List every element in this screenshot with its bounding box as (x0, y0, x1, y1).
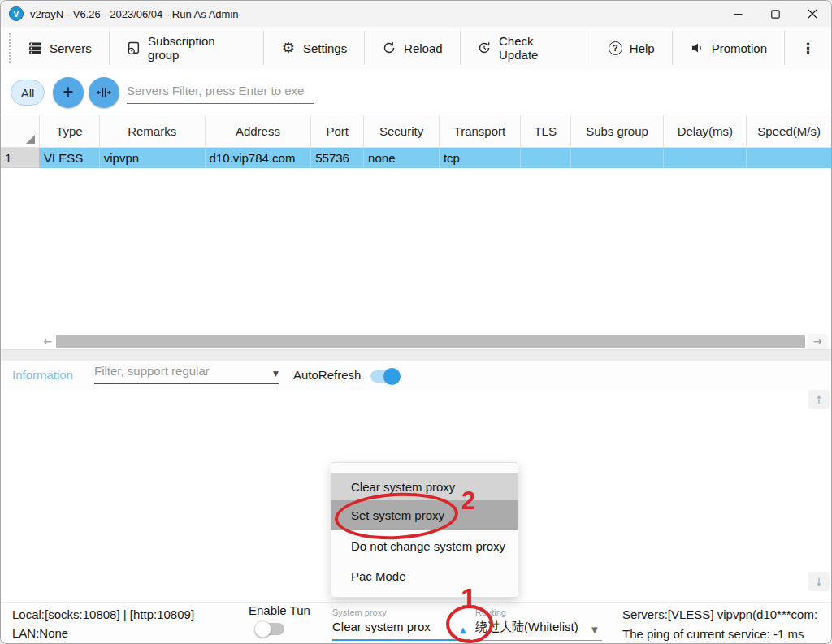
cell-security[interactable]: none (364, 148, 440, 168)
system-proxy-label: System proxy (332, 607, 431, 617)
system-proxy-underline (332, 639, 470, 641)
cell-transport[interactable]: tcp (440, 148, 521, 168)
information-toolbar: Information Filter, support regular ▼ Au… (1, 361, 831, 389)
current-server-status: Servers:[VLESS] vipvpn(d10***com: (622, 607, 817, 621)
servers-button[interactable]: Servers (11, 30, 109, 66)
app-window: V v2rayN - V6.26 - 2023/06/04 - Run As A… (0, 0, 832, 644)
enable-tun-toggle[interactable] (257, 623, 284, 635)
close-button[interactable] (794, 1, 831, 27)
column-header-security[interactable]: Security (364, 115, 440, 147)
toggle-knob (384, 368, 401, 385)
main-toolbar: Servers Subscription group ⚙ Settings Re… (1, 27, 831, 69)
window-title: v2rayN - V6.26 - 2023/06/04 - Run As Adm… (30, 8, 239, 20)
horizontal-scrollbar[interactable]: ← → (1, 334, 831, 349)
servers-button-label: Servers (50, 41, 92, 55)
gear-icon: ⚙ (281, 41, 296, 55)
promotion-button-label: Promotion (712, 41, 767, 55)
cell-tls[interactable] (521, 148, 571, 168)
reload-button[interactable]: Reload (365, 30, 460, 66)
routing-combobox[interactable]: Routing 绕过大陆(Whitelist) (475, 607, 578, 635)
scroll-down-icon[interactable]: ↓ (808, 572, 830, 591)
local-ports-status: Local:[socks:10808] | [http:10809] (12, 607, 194, 621)
status-bar: Local:[socks:10808] | [http:10809] LAN:N… (1, 602, 831, 644)
subscription-all-tab[interactable]: All (11, 80, 45, 106)
log-filter-placeholder: Filter, support regular (94, 364, 210, 378)
scroll-right-icon[interactable]: → (807, 334, 828, 349)
scroll-left-icon[interactable]: ← (40, 334, 56, 349)
system-proxy-dropdown-menu: Clear system proxy Set system proxy Do n… (331, 462, 518, 598)
help-button-label: Help (630, 41, 655, 55)
subscription-group-button-label: Subscription group (148, 34, 246, 62)
system-proxy-combobox[interactable]: System proxy Clear system prox (332, 607, 431, 633)
servers-icon (28, 41, 42, 55)
pane-splitter[interactable] (1, 349, 831, 361)
autorefresh-toggle[interactable] (370, 370, 398, 383)
cell-address[interactable]: d10.vip784.com (206, 148, 312, 168)
check-update-button[interactable]: Check Update (461, 30, 591, 66)
log-filter-combobox[interactable]: Filter, support regular ▼ (94, 364, 279, 384)
promotion-button[interactable]: Promotion (673, 30, 784, 66)
cell-speed[interactable] (747, 148, 831, 168)
routing-value[interactable]: 绕过大陆(Whitelist) (475, 620, 578, 635)
minimize-button[interactable] (719, 1, 756, 27)
column-header-delay[interactable]: Delay(ms) (664, 115, 747, 147)
chevron-down-icon: ▼ (273, 370, 279, 378)
server-filter-row: All + (1, 69, 831, 115)
overflow-menu-button[interactable]: ⋮ (785, 40, 831, 56)
cell-subs-group[interactable] (571, 148, 665, 168)
column-header-port[interactable]: Port (311, 115, 364, 147)
enable-tun-label: Enable Tun (249, 603, 310, 617)
check-update-icon (478, 41, 492, 55)
ping-status: The ping of current service: -1 ms (622, 627, 804, 641)
routing-label: Routing (475, 607, 578, 617)
add-server-button[interactable]: + (53, 77, 84, 108)
reload-icon (382, 41, 396, 55)
app-logo-icon: V (9, 6, 24, 21)
chevron-up-icon[interactable]: ▲ (460, 625, 466, 634)
row-number-cell[interactable]: 1 (1, 148, 40, 168)
corner-triangle-icon (26, 135, 35, 144)
column-header-speed[interactable]: Speed(M/s) (747, 115, 831, 147)
subscription-group-button[interactable]: Subscription group (110, 30, 263, 66)
split-view-icon (97, 85, 111, 100)
reload-button-label: Reload (404, 41, 443, 55)
routing-underline (475, 640, 602, 641)
settings-button[interactable]: ⚙ Settings (264, 30, 364, 66)
column-header-transport[interactable]: Transport (440, 115, 521, 147)
column-header-address[interactable]: Address (206, 115, 312, 147)
check-update-button-label: Check Update (499, 34, 574, 62)
cell-port[interactable]: 55736 (311, 148, 364, 168)
information-label: Information (12, 368, 73, 382)
speaker-icon (690, 41, 704, 55)
menu-item-do-not-change-system-proxy[interactable]: Do not change system proxy (332, 530, 518, 561)
column-header-remarks[interactable]: Remarks (100, 115, 206, 147)
settings-button-label: Settings (303, 41, 347, 55)
scroll-up-icon[interactable]: ↑ (808, 390, 830, 409)
servers-filter-input[interactable] (127, 82, 314, 104)
table-row[interactable]: 1 VLESS vipvpn d10.vip784.com 55736 none… (1, 148, 831, 168)
column-header-subs-group[interactable]: Subs group (571, 115, 665, 147)
subscription-group-icon (127, 41, 141, 55)
menu-item-clear-system-proxy[interactable]: Clear system proxy (332, 473, 518, 500)
server-table-header: Type Remarks Address Port Security Trans… (1, 115, 831, 148)
chevron-down-icon[interactable]: ▼ (592, 625, 598, 634)
titlebar: V v2rayN - V6.26 - 2023/06/04 - Run As A… (1, 1, 831, 27)
cell-type[interactable]: VLESS (40, 148, 100, 168)
help-button[interactable]: ? Help (592, 30, 672, 66)
autorefresh-label: AutoRefresh (293, 368, 361, 382)
column-header-type[interactable]: Type (40, 115, 100, 147)
maximize-button[interactable] (756, 1, 794, 27)
toggle-knob (254, 620, 271, 638)
menu-item-pac-mode[interactable]: Pac Mode (332, 561, 518, 591)
column-header-tls[interactable]: TLS (521, 115, 571, 147)
cell-remarks[interactable]: vipvpn (100, 148, 206, 168)
lan-status: LAN:None (12, 626, 68, 640)
help-icon: ? (609, 41, 622, 55)
menu-item-set-system-proxy[interactable]: Set system proxy (332, 500, 518, 530)
cell-delay[interactable] (664, 148, 747, 168)
system-proxy-value[interactable]: Clear system prox (332, 620, 431, 633)
select-all-corner-cell[interactable] (1, 115, 40, 147)
split-view-button[interactable] (89, 77, 119, 108)
horizontal-scrollbar-thumb[interactable] (56, 335, 805, 348)
